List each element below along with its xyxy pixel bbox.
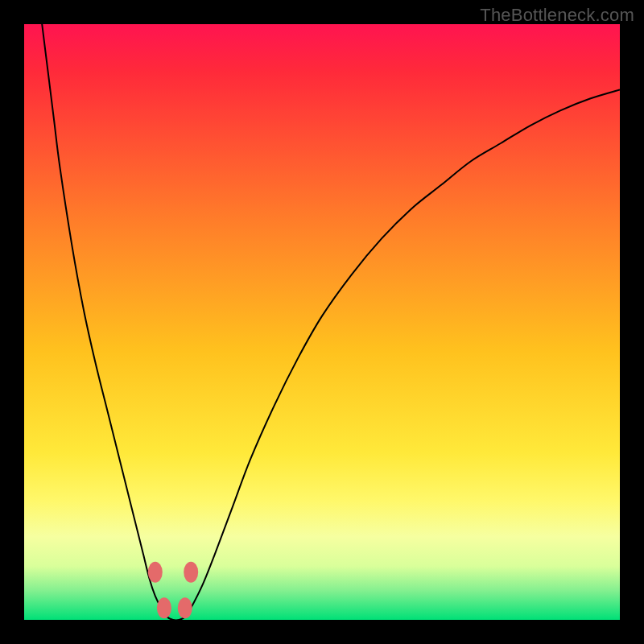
watermark-text: TheBottleneck.com [480, 5, 634, 26]
curve-marker [178, 597, 192, 618]
curve-marker [157, 597, 171, 618]
chart-frame: TheBottleneck.com [0, 0, 644, 644]
curve-marker [148, 562, 163, 583]
curve-marker [184, 562, 198, 583]
chart-svg [24, 24, 620, 620]
plot-area [24, 24, 620, 620]
gradient-background [24, 24, 620, 620]
